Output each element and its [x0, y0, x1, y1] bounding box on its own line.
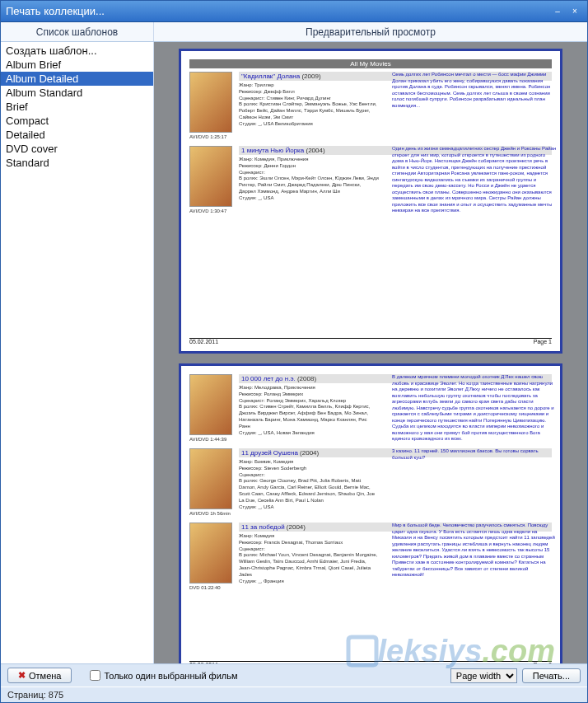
preview-page: All My MoviesAVI/DVD 1:25:17"Кадиллак" Д…: [179, 49, 562, 354]
print-dialog: Печать коллекции... – × Список шаблонов …: [0, 0, 588, 703]
template-item[interactable]: Создать шаблон...: [1, 44, 153, 58]
movie-description: Мир в большой беде. Человечество разучил…: [392, 523, 557, 579]
template-list: Создать шаблон...Album BriefAlbum Detail…: [1, 42, 154, 663]
page-footer: 05.02.2011Page 1: [189, 338, 552, 344]
movie-entry: AVI/DVD 1:25:17"Кадиллак" Долана (2009)Ж…: [189, 72, 552, 139]
cover-caption: AVI/DVD 1h 56min: [189, 511, 234, 516]
collection-title: All My Movies: [189, 59, 552, 68]
cover-image: [189, 523, 232, 583]
pages-count: 875: [49, 690, 63, 700]
movie-fields: Жанр: Комедия, ПриключенияРежиссер: Денн…: [239, 157, 379, 202]
footer-page: Page 2: [534, 662, 552, 663]
cover-image: [189, 72, 232, 133]
template-item[interactable]: Compact: [1, 114, 153, 128]
footer-page: Page 1: [534, 339, 552, 344]
cancel-button[interactable]: ✖ Отмена: [7, 668, 72, 683]
template-item[interactable]: Standard: [1, 156, 153, 170]
preview-page: AVI/DVD 1:44:3910 000 лет до н.э. (2008)…: [179, 363, 562, 663]
bottom-toolbar: ✖ Отмена Только один выбранный фильм Pag…: [1, 663, 587, 687]
movie-entry: DVD 01:22:4011 за победой (2004)Жанр: Ко…: [189, 523, 552, 590]
footer-date: 05.02.2011: [189, 339, 218, 344]
only-selected-checkbox[interactable]: Только один выбранный фильм: [90, 670, 237, 681]
template-item[interactable]: Album Brief: [1, 58, 153, 72]
movie-description: Семь долгих лет Робинсон мечтал о мести …: [392, 72, 557, 109]
page-footer: 05.02.2011Page 2: [189, 661, 552, 663]
preview-header: Предварительный просмотр: [154, 22, 587, 41]
template-item[interactable]: Album Standard: [1, 86, 153, 100]
movie-entry: AVI/DVD 1h 56min11 друзей Оушена (2004)Ж…: [189, 448, 552, 516]
cover-image: [189, 146, 232, 207]
only-selected-input[interactable]: [90, 670, 100, 681]
cover-caption: AVI/DVD 1:25:17: [189, 134, 234, 139]
movie-fields: Жанр: ТриллерРежиссер: Джефф БиллСценари…: [239, 82, 379, 128]
cancel-icon: ✖: [18, 670, 26, 681]
titlebar: Печать коллекции... – ×: [1, 1, 587, 22]
template-item[interactable]: DVD cover: [1, 142, 153, 156]
movie-entry: AVI/DVD 1:30:471 минута Нью Йорка (2004)…: [189, 146, 552, 213]
close-icon[interactable]: ×: [567, 6, 582, 17]
cover-image: [189, 448, 232, 509]
movie-fields: Жанр: Боевик, КомедияРежиссер: Steven So…: [239, 459, 379, 510]
footer-date: 05.02.2011: [189, 662, 218, 663]
window-title: Печать коллекции...: [6, 5, 105, 17]
movie-description: Один день из жизни семнадцатилетних сест…: [392, 146, 557, 214]
movie-fields: Жанр: КомедияРежиссер: Francis Desagnat,…: [239, 533, 379, 584]
status-bar: Страниц: 875: [1, 687, 587, 702]
cover-caption: AVI/DVD 1:44:39: [189, 437, 234, 442]
print-button[interactable]: Печать...: [522, 668, 581, 683]
zoom-combo[interactable]: Page width: [450, 668, 517, 683]
cover-caption: DVD 01:22:40: [189, 585, 234, 590]
template-item[interactable]: Album Detailed: [1, 72, 153, 86]
cover-image: [189, 374, 232, 435]
column-headers: Список шаблонов Предварительный просмотр: [1, 22, 587, 42]
minimize-icon[interactable]: –: [550, 6, 565, 17]
template-item[interactable]: Brief: [1, 100, 153, 114]
pages-label: Страниц:: [7, 690, 46, 700]
movie-fields: Жанр: Мелодрама, ПриключенияРежиссер: Ро…: [239, 385, 379, 436]
movie-description: 3 казино. 11 парней. 150 миллионов баксо…: [392, 448, 557, 461]
cover-caption: AVI/DVD 1:30:47: [189, 209, 234, 213]
templates-header: Список шаблонов: [1, 22, 154, 41]
movie-description: В далеком мрачном племени молодой охотни…: [392, 374, 557, 443]
movie-entry: AVI/DVD 1:44:3910 000 лет до н.э. (2008)…: [189, 374, 552, 442]
template-item[interactable]: Detailed: [1, 128, 153, 142]
preview-area[interactable]: All My MoviesAVI/DVD 1:25:17"Кадиллак" Д…: [154, 42, 587, 663]
